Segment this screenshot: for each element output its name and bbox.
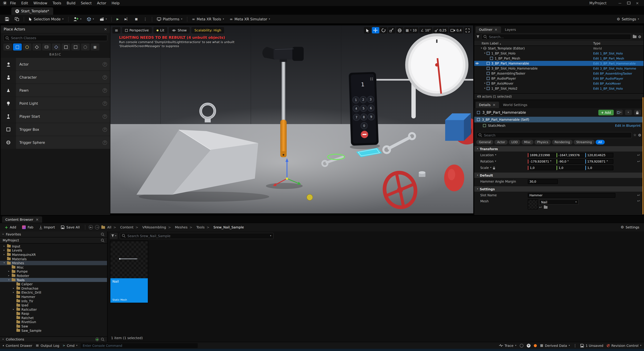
outliner-row[interactable]: BP_AudioPlayer Edit BP_AudioPlayer <box>474 76 643 81</box>
tab-content-browser[interactable]: Content Browser <box>2 216 42 223</box>
rotation-snap-value[interactable]: 10° <box>425 28 431 32</box>
menu-tools[interactable]: Tools <box>50 1 64 5</box>
tree-item-materials[interactable]: Materials <box>0 257 107 261</box>
place-actor-item-point-light[interactable]: Point Light <box>1 97 110 110</box>
tree-item-ipad[interactable]: Ipad <box>0 303 107 307</box>
content-browser-settings-button[interactable]: Settings <box>618 224 641 230</box>
details-scrollbar[interactable] <box>642 97 643 214</box>
place-actor-item-player-start[interactable]: Player Start <box>1 110 110 123</box>
rotation-z-field[interactable]: 179,920871 ° <box>585 159 614 164</box>
outliner-row[interactable]: 1_BP_Part_Mesh Edit 1_BP_Part_Mesh <box>474 56 643 61</box>
forward-button[interactable] <box>95 225 100 230</box>
platforms-dropdown[interactable]: Platforms <box>154 16 184 22</box>
menu-window[interactable]: Window <box>31 1 50 5</box>
close-icon[interactable] <box>104 27 107 31</box>
close-icon[interactable] <box>492 103 496 107</box>
tree-item-levels[interactable]: Levels <box>0 248 107 252</box>
meta-xr-simulator-dropdown[interactable]: Meta XR Simulator <box>228 16 272 22</box>
breadcrumb-tools[interactable]: Tools <box>196 226 212 229</box>
bolt-actor[interactable] <box>419 171 426 177</box>
reset-rotation-button[interactable] <box>635 160 642 163</box>
component-row-self[interactable]: 3_BP_Part_Hammerable (Self) <box>474 117 643 122</box>
location-y-field[interactable]: -1647,199376 <box>556 153 585 157</box>
grid-snap-value[interactable]: 10 <box>413 28 417 32</box>
help-icon[interactable] <box>103 127 107 132</box>
help-icon[interactable] <box>103 114 107 118</box>
category-lights[interactable] <box>23 44 32 50</box>
derived-data-dropdown[interactable]: Derived Data <box>540 344 570 347</box>
mesh-dropdown[interactable]: Nail <box>539 199 578 205</box>
save-button[interactable] <box>3 16 11 22</box>
tree-item-pumpe[interactable]: Pumpe <box>0 270 107 274</box>
outliner-settings-icon[interactable] <box>638 35 641 39</box>
section-default[interactable]: Default <box>474 172 643 178</box>
details-search[interactable] <box>476 132 632 138</box>
category-volumes[interactable] <box>71 44 80 50</box>
lit-dropdown[interactable]: Lit <box>154 27 168 34</box>
add-collection-icon[interactable] <box>95 338 99 341</box>
place-actors-search-input[interactable] <box>11 36 105 40</box>
place-actors-search[interactable] <box>3 35 107 41</box>
new-folder-icon[interactable] <box>633 36 636 38</box>
breadcrumb-current[interactable]: Srew_Nail_Sample <box>214 226 244 229</box>
unsaved-button[interactable]: 1 Unsaved <box>580 344 603 347</box>
tab-world-settings[interactable]: World Settings <box>500 102 531 108</box>
reset-mesh-button[interactable] <box>635 199 642 203</box>
close-icon[interactable] <box>36 218 39 222</box>
meta-xr-tools-dropdown[interactable]: Meta XR Tools <box>190 16 226 22</box>
filter-button[interactable] <box>110 232 118 239</box>
asset-search[interactable] <box>120 232 274 239</box>
reset-location-button[interactable] <box>635 153 642 157</box>
blueprints-dropdown[interactable] <box>85 16 96 22</box>
scale-x-field[interactable]: 1,0 <box>528 166 556 170</box>
close-button[interactable] <box>633 0 641 6</box>
scale-tool-button[interactable] <box>388 27 395 34</box>
menu-edit[interactable]: Edit <box>19 1 30 5</box>
outliner-row[interactable]: 1_BP_Slot_Holo Edit 1_BP_Slot_Holo <box>474 51 643 56</box>
phone-actor[interactable]: 1 1 2 <box>347 72 380 150</box>
add-asset-button[interactable]: Add <box>3 224 18 230</box>
tree-item-input[interactable]: Input <box>0 244 107 248</box>
favorites-header[interactable]: Favorites <box>0 232 107 238</box>
scale-snap-group[interactable]: 0,25 <box>433 27 448 34</box>
column-item-label[interactable]: Item Label <box>474 41 593 45</box>
category-recent[interactable] <box>3 44 12 50</box>
maximize-button[interactable] <box>624 0 633 6</box>
menu-build[interactable]: Build <box>64 1 78 5</box>
breadcrumb-content[interactable]: Content <box>120 226 140 229</box>
search-icon[interactable] <box>101 338 104 341</box>
search-icon[interactable] <box>101 239 104 242</box>
lock-button[interactable] <box>634 110 641 115</box>
outliner-row[interactable]: 1_BP_Slot_Holo2 Edit 1_BP_Slot_Holo <box>474 86 643 91</box>
column-type[interactable]: Type <box>593 41 643 45</box>
scalability-pill[interactable]: Scalability: High <box>191 27 224 34</box>
world-local-toggle[interactable] <box>396 27 403 34</box>
outliner-row-selected[interactable]: 3_BP_Part_Hammerable Edit 3_BP_Part_Hamm… <box>474 61 643 66</box>
details-search-input[interactable] <box>484 133 629 137</box>
tree-item-drehachse[interactable]: Drehachse <box>0 286 107 290</box>
chip-physics[interactable]: Physics <box>534 140 551 144</box>
minimize-button[interactable] <box>616 0 624 6</box>
rotation-y-field[interactable]: -90,0 ° <box>556 159 585 164</box>
stop-button[interactable] <box>132 16 140 22</box>
tree-item-caliper[interactable]: Caliper <box>0 282 107 286</box>
category-visual-effects[interactable] <box>52 44 60 50</box>
tree-item-mannequinsxr[interactable]: MannequinsXR <box>0 252 107 257</box>
slot-name-field[interactable]: Hammer <box>528 193 616 198</box>
fab-button[interactable]: Fab <box>20 224 36 230</box>
selection-mode-dropdown[interactable]: Selection Mode <box>26 16 66 22</box>
rotate-tool-button[interactable] <box>380 27 387 34</box>
viewport-scene[interactable]: 1 1 2 <box>110 26 473 214</box>
breadcrumb-meshes[interactable]: Meshes <box>175 226 194 229</box>
chip-all[interactable]: All <box>596 140 604 144</box>
status-more-icon[interactable] <box>573 344 577 347</box>
filter-icon[interactable] <box>476 35 480 38</box>
grid-snap-group[interactable]: 10 <box>404 27 418 34</box>
unreal-status-icon[interactable] <box>526 344 530 347</box>
unreal-logo-icon[interactable] <box>3 1 7 5</box>
tab-details[interactable]: Details <box>476 102 499 108</box>
search-icon[interactable] <box>101 232 104 236</box>
blue-box-actor[interactable] <box>445 114 471 141</box>
use-selected-asset-icon[interactable] <box>539 206 542 209</box>
tree-item-roboter[interactable]: Roboter <box>0 274 107 278</box>
